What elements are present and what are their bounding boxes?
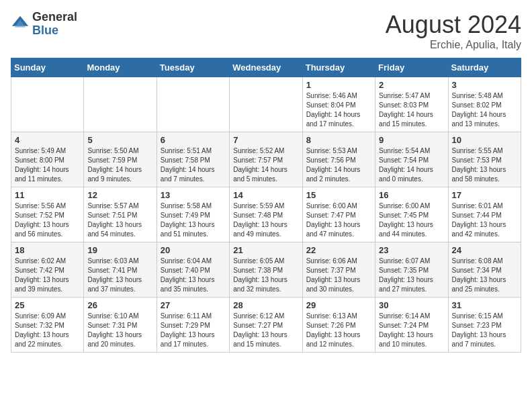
day-number: 26	[87, 300, 152, 310]
day-info: Sunrise: 6:10 AM Sunset: 7:31 PM Dayligh…	[87, 312, 152, 349]
calendar-cell: 11Sunrise: 5:56 AM Sunset: 7:52 PM Dayli…	[11, 187, 84, 242]
weekday-header-thursday: Thursday	[302, 58, 375, 77]
calendar-cell: 5Sunrise: 5:50 AM Sunset: 7:59 PM Daylig…	[84, 132, 157, 187]
day-number: 28	[233, 300, 298, 310]
calendar-cell: 31Sunrise: 6:15 AM Sunset: 7:23 PM Dayli…	[448, 298, 521, 353]
day-number: 21	[233, 245, 298, 255]
calendar-table: SundayMondayTuesdayWednesdayThursdayFrid…	[11, 58, 521, 353]
calendar-cell: 4Sunrise: 5:49 AM Sunset: 8:00 PM Daylig…	[11, 132, 84, 187]
day-number: 9	[379, 135, 444, 145]
day-info: Sunrise: 5:48 AM Sunset: 8:02 PM Dayligh…	[452, 91, 517, 129]
weekday-header-wednesday: Wednesday	[230, 58, 302, 77]
day-info: Sunrise: 6:03 AM Sunset: 7:41 PM Dayligh…	[87, 257, 152, 294]
calendar-week-4: 18Sunrise: 6:02 AM Sunset: 7:42 PM Dayli…	[11, 242, 521, 298]
location-subtitle: Erchie, Apulia, Italy	[386, 39, 521, 51]
calendar-cell: 23Sunrise: 6:07 AM Sunset: 7:35 PM Dayli…	[375, 242, 448, 298]
calendar-week-5: 25Sunrise: 6:09 AM Sunset: 7:32 PM Dayli…	[11, 298, 521, 353]
day-number: 3	[452, 80, 517, 90]
day-number: 30	[379, 300, 444, 310]
calendar-cell: 29Sunrise: 6:13 AM Sunset: 7:26 PM Dayli…	[302, 298, 375, 353]
day-info: Sunrise: 5:50 AM Sunset: 7:59 PM Dayligh…	[87, 146, 152, 184]
day-number: 11	[15, 190, 80, 200]
calendar-cell: 20Sunrise: 6:04 AM Sunset: 7:40 PM Dayli…	[157, 242, 229, 298]
day-info: Sunrise: 5:52 AM Sunset: 7:57 PM Dayligh…	[233, 146, 298, 184]
calendar-week-2: 4Sunrise: 5:49 AM Sunset: 8:00 PM Daylig…	[11, 132, 521, 187]
day-number: 12	[87, 190, 152, 200]
day-number: 4	[15, 135, 80, 145]
day-number: 6	[161, 135, 226, 145]
logo-text: General Blue	[32, 11, 77, 38]
day-number: 5	[87, 135, 152, 145]
day-info: Sunrise: 5:47 AM Sunset: 8:03 PM Dayligh…	[379, 91, 444, 129]
day-info: Sunrise: 5:46 AM Sunset: 8:04 PM Dayligh…	[306, 91, 371, 129]
day-info: Sunrise: 6:07 AM Sunset: 7:35 PM Dayligh…	[379, 257, 444, 294]
day-number: 24	[452, 245, 517, 255]
day-info: Sunrise: 6:04 AM Sunset: 7:40 PM Dayligh…	[161, 257, 226, 294]
calendar-cell: 22Sunrise: 6:06 AM Sunset: 7:37 PM Dayli…	[302, 242, 375, 298]
day-number: 23	[379, 245, 444, 255]
day-number: 14	[233, 190, 298, 200]
day-info: Sunrise: 5:54 AM Sunset: 7:54 PM Dayligh…	[379, 146, 444, 184]
day-info: Sunrise: 6:14 AM Sunset: 7:24 PM Dayligh…	[379, 312, 444, 349]
day-info: Sunrise: 5:55 AM Sunset: 7:53 PM Dayligh…	[452, 146, 517, 184]
logo-general: General	[32, 11, 77, 24]
day-info: Sunrise: 5:57 AM Sunset: 7:51 PM Dayligh…	[87, 201, 152, 239]
calendar-cell: 17Sunrise: 6:01 AM Sunset: 7:44 PM Dayli…	[448, 187, 521, 242]
calendar-cell: 19Sunrise: 6:03 AM Sunset: 7:41 PM Dayli…	[84, 242, 157, 298]
calendar-cell: 12Sunrise: 5:57 AM Sunset: 7:51 PM Dayli…	[84, 187, 157, 242]
day-info: Sunrise: 6:08 AM Sunset: 7:34 PM Dayligh…	[452, 257, 517, 294]
day-info: Sunrise: 5:49 AM Sunset: 8:00 PM Dayligh…	[15, 146, 80, 184]
weekday-header-tuesday: Tuesday	[157, 58, 229, 77]
calendar-cell: 2Sunrise: 5:47 AM Sunset: 8:03 PM Daylig…	[375, 77, 448, 132]
day-number: 2	[379, 80, 444, 90]
calendar-cell: 9Sunrise: 5:54 AM Sunset: 7:54 PM Daylig…	[375, 132, 448, 187]
calendar-cell: 15Sunrise: 6:00 AM Sunset: 7:47 PM Dayli…	[302, 187, 375, 242]
day-number: 7	[233, 135, 298, 145]
calendar-cell: 8Sunrise: 5:53 AM Sunset: 7:56 PM Daylig…	[302, 132, 375, 187]
day-info: Sunrise: 6:09 AM Sunset: 7:32 PM Dayligh…	[15, 312, 80, 349]
day-info: Sunrise: 5:53 AM Sunset: 7:56 PM Dayligh…	[306, 146, 371, 184]
day-info: Sunrise: 6:01 AM Sunset: 7:44 PM Dayligh…	[452, 201, 517, 239]
day-info: Sunrise: 5:58 AM Sunset: 7:49 PM Dayligh…	[161, 201, 226, 239]
calendar-cell: 7Sunrise: 5:52 AM Sunset: 7:57 PM Daylig…	[230, 132, 302, 187]
day-number: 29	[306, 300, 371, 310]
day-number: 25	[15, 300, 80, 310]
day-info: Sunrise: 6:13 AM Sunset: 7:26 PM Dayligh…	[306, 312, 371, 349]
calendar-cell: 26Sunrise: 6:10 AM Sunset: 7:31 PM Dayli…	[84, 298, 157, 353]
weekday-header-friday: Friday	[375, 58, 448, 77]
logo: General Blue	[11, 11, 77, 38]
day-info: Sunrise: 6:05 AM Sunset: 7:38 PM Dayligh…	[233, 257, 298, 294]
day-number: 22	[306, 245, 371, 255]
calendar-cell: 25Sunrise: 6:09 AM Sunset: 7:32 PM Dayli…	[11, 298, 84, 353]
weekday-header-monday: Monday	[84, 58, 157, 77]
calendar-cell: 30Sunrise: 6:14 AM Sunset: 7:24 PM Dayli…	[375, 298, 448, 353]
month-year-title: August 2024	[386, 11, 521, 39]
logo-icon	[11, 15, 30, 34]
day-number: 13	[161, 190, 226, 200]
calendar-cell: 28Sunrise: 6:12 AM Sunset: 7:27 PM Dayli…	[230, 298, 302, 353]
calendar-cell: 27Sunrise: 6:11 AM Sunset: 7:29 PM Dayli…	[157, 298, 229, 353]
day-number: 15	[306, 190, 371, 200]
page-header: General Blue August 2024 Erchie, Apulia,…	[11, 11, 521, 51]
day-info: Sunrise: 5:56 AM Sunset: 7:52 PM Dayligh…	[15, 201, 80, 239]
day-info: Sunrise: 6:15 AM Sunset: 7:23 PM Dayligh…	[452, 312, 517, 349]
day-number: 20	[161, 245, 226, 255]
weekday-header-row: SundayMondayTuesdayWednesdayThursdayFrid…	[11, 58, 521, 77]
calendar-cell: 18Sunrise: 6:02 AM Sunset: 7:42 PM Dayli…	[11, 242, 84, 298]
day-info: Sunrise: 6:00 AM Sunset: 7:47 PM Dayligh…	[306, 201, 371, 239]
calendar-cell: 13Sunrise: 5:58 AM Sunset: 7:49 PM Dayli…	[157, 187, 229, 242]
day-number: 10	[452, 135, 517, 145]
day-info: Sunrise: 5:51 AM Sunset: 7:58 PM Dayligh…	[161, 146, 226, 184]
day-number: 17	[452, 190, 517, 200]
day-number: 31	[452, 300, 517, 310]
calendar-cell	[157, 77, 229, 132]
calendar-cell: 1Sunrise: 5:46 AM Sunset: 8:04 PM Daylig…	[302, 77, 375, 132]
day-info: Sunrise: 5:59 AM Sunset: 7:48 PM Dayligh…	[233, 201, 298, 239]
calendar-cell: 21Sunrise: 6:05 AM Sunset: 7:38 PM Dayli…	[230, 242, 302, 298]
day-info: Sunrise: 6:06 AM Sunset: 7:37 PM Dayligh…	[306, 257, 371, 294]
day-info: Sunrise: 6:00 AM Sunset: 7:45 PM Dayligh…	[379, 201, 444, 239]
calendar-cell: 3Sunrise: 5:48 AM Sunset: 8:02 PM Daylig…	[448, 77, 521, 132]
day-info: Sunrise: 6:11 AM Sunset: 7:29 PM Dayligh…	[161, 312, 226, 349]
day-info: Sunrise: 6:12 AM Sunset: 7:27 PM Dayligh…	[233, 312, 298, 349]
calendar-cell	[84, 77, 157, 132]
